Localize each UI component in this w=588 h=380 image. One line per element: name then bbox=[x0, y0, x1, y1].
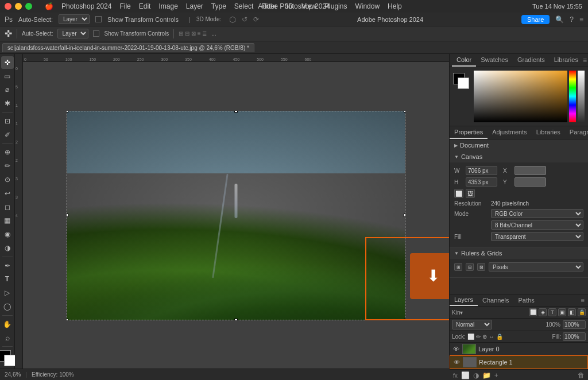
close-button[interactable] bbox=[5, 3, 11, 10]
tool-healing[interactable]: ⊕ bbox=[1, 146, 14, 159]
fill-input[interactable] bbox=[563, 332, 586, 341]
document-section-header[interactable]: ▶ Document bbox=[450, 139, 588, 151]
tab-paths[interactable]: Paths bbox=[514, 295, 539, 305]
tab-libraries[interactable]: Libraries bbox=[550, 54, 583, 67]
lock-icon1[interactable]: ⬜ bbox=[467, 334, 474, 340]
menu-image[interactable]: Image bbox=[158, 2, 177, 10]
maximize-button[interactable] bbox=[25, 3, 32, 10]
bitdepth-select[interactable]: 8 Bits/Channel bbox=[491, 220, 583, 230]
handle-br[interactable] bbox=[404, 319, 405, 320]
tab-color[interactable]: Color bbox=[452, 54, 476, 67]
background-color[interactable] bbox=[4, 355, 16, 366]
tool-lasso[interactable]: ⌀ bbox=[1, 84, 14, 96]
canvas-height-input[interactable] bbox=[466, 177, 497, 187]
file-tab[interactable]: seljalandsfoss-waterfall-in-iceland-in-s… bbox=[2, 43, 254, 52]
layer-adj-btn[interactable]: ◑ bbox=[473, 371, 479, 379]
show-transform-checkbox[interactable] bbox=[95, 16, 102, 22]
color-bg[interactable] bbox=[458, 77, 469, 89]
share-button[interactable]: Share bbox=[521, 15, 550, 24]
tool-clone[interactable]: ⊙ bbox=[1, 173, 14, 186]
tab-adjustments[interactable]: Adjustments bbox=[488, 126, 532, 139]
ruler-icon1[interactable]: ⊞ bbox=[454, 263, 462, 271]
filter-icon-lock[interactable]: 🔒 bbox=[578, 308, 586, 316]
tool-eraser[interactable]: ◻ bbox=[1, 201, 14, 214]
tool-gradient[interactable]: ▦ bbox=[1, 214, 14, 227]
tab-swatches[interactable]: Swatches bbox=[476, 54, 513, 67]
tool-eyedropper[interactable]: ✐ bbox=[1, 129, 14, 141]
menu-file[interactable]: File bbox=[119, 2, 130, 10]
handle-tm[interactable] bbox=[234, 111, 238, 113]
lock-icon5[interactable]: 🔒 bbox=[496, 334, 503, 340]
tool-brush[interactable]: ✏ bbox=[1, 160, 14, 172]
canvas-y-input[interactable] bbox=[514, 177, 546, 187]
fg-bg-colors[interactable] bbox=[0, 350, 16, 366]
layers-menu[interactable]: ≡ bbox=[581, 297, 588, 304]
blend-mode-select[interactable]: Normal bbox=[452, 320, 492, 329]
handle-tr[interactable] bbox=[404, 111, 405, 113]
tool-quick-select[interactable]: ✱ bbox=[1, 97, 14, 110]
canvas-section-header[interactable]: ▼ Canvas bbox=[450, 151, 588, 162]
layer-vis-1[interactable]: 👁 bbox=[452, 358, 461, 366]
help-icon[interactable]: ? bbox=[570, 15, 574, 24]
tool-move[interactable]: ✜ bbox=[1, 56, 14, 69]
tab-paragraph[interactable]: Paragraph bbox=[565, 126, 588, 139]
layer-new-btn[interactable]: + bbox=[494, 371, 498, 379]
tool-path[interactable]: ▷ bbox=[1, 286, 14, 299]
tool-marquee[interactable]: ▭ bbox=[1, 70, 14, 83]
alpha-bar[interactable] bbox=[578, 71, 585, 122]
search-icon[interactable]: 🔍 bbox=[555, 15, 564, 24]
rulers-grids-header[interactable]: ▼ Rulers & Grids bbox=[450, 247, 588, 259]
mode-select[interactable]: RGB Color bbox=[491, 209, 583, 218]
menu-edit[interactable]: Edit bbox=[139, 2, 151, 10]
menu-select[interactable]: Select bbox=[234, 2, 253, 10]
hue-bar[interactable] bbox=[569, 71, 576, 122]
ruler-unit-select[interactable]: Pixels bbox=[489, 262, 583, 272]
color-spectrum[interactable] bbox=[474, 71, 567, 122]
lock-icon2[interactable]: ✏ bbox=[476, 334, 481, 340]
ruler-icon3[interactable]: ⊠ bbox=[477, 263, 485, 271]
menu-type[interactable]: Type bbox=[211, 2, 226, 10]
tool-dodge[interactable]: ◑ bbox=[1, 242, 14, 254]
handle-tl[interactable] bbox=[67, 111, 68, 113]
tool-shape[interactable]: ◯ bbox=[1, 300, 14, 313]
fill-select[interactable]: Transparent bbox=[491, 232, 583, 241]
menu-layer[interactable]: Layer bbox=[186, 2, 203, 10]
layer-delete-btn[interactable]: 🗑 bbox=[578, 371, 585, 379]
tool-blur[interactable]: ◉ bbox=[1, 228, 14, 241]
layer-group-btn[interactable]: 📁 bbox=[482, 371, 491, 379]
canvas-area[interactable]: ⬇ bbox=[23, 62, 449, 369]
color-fg-bg[interactable] bbox=[453, 73, 469, 89]
portrait-icon[interactable]: ⬜ bbox=[454, 189, 463, 198]
landscape-icon[interactable]: 🖼 bbox=[466, 189, 475, 198]
filter-icon-adjust[interactable]: ◈ bbox=[539, 308, 547, 316]
tab-channels[interactable]: Channels bbox=[478, 295, 513, 305]
lock-icon4[interactable]: ↔ bbox=[489, 334, 494, 340]
menu-window[interactable]: Window bbox=[355, 2, 380, 10]
tool-hand[interactable]: ✋ bbox=[1, 318, 14, 331]
tool-pen[interactable]: ✒ bbox=[1, 259, 14, 272]
layer-item-1[interactable]: 👁 Rectangle 1 bbox=[450, 355, 588, 369]
filter-icon-shape[interactable]: ▣ bbox=[558, 308, 566, 316]
canvas-x-input[interactable] bbox=[514, 166, 546, 175]
layer-vis-0[interactable]: 👁 bbox=[452, 345, 460, 353]
menu-apple[interactable]: 🍎 bbox=[45, 2, 53, 10]
minimize-button[interactable] bbox=[15, 3, 22, 10]
layer-mask-btn[interactable]: ⬜ bbox=[461, 371, 470, 379]
layer-item-0[interactable]: 👁 Layer 0 bbox=[450, 343, 588, 355]
handle-bm[interactable] bbox=[234, 319, 238, 320]
layer-fx-btn[interactable]: fx bbox=[453, 373, 458, 379]
lock-icon3[interactable]: ⊕ bbox=[482, 334, 487, 340]
more-opts[interactable]: ... bbox=[211, 30, 216, 37]
tab-gradients[interactable]: Gradients bbox=[513, 54, 550, 67]
tab-layers[interactable]: Layers bbox=[450, 294, 478, 306]
filter-icon-smart[interactable]: ◧ bbox=[568, 308, 576, 316]
ruler-icon2[interactable]: ⊟ bbox=[466, 263, 474, 271]
tool-type[interactable]: T bbox=[1, 273, 14, 285]
auto-select-dropdown[interactable]: Layer bbox=[59, 14, 90, 24]
menu-photoshop[interactable]: Photoshop 2024 bbox=[61, 2, 111, 10]
more-icon[interactable]: ≡ bbox=[579, 15, 583, 24]
filter-icon-type[interactable]: T bbox=[548, 308, 556, 316]
opacity-input[interactable] bbox=[563, 320, 586, 329]
transform-opt-checkbox[interactable] bbox=[93, 30, 99, 37]
handle-ml[interactable] bbox=[67, 214, 68, 217]
